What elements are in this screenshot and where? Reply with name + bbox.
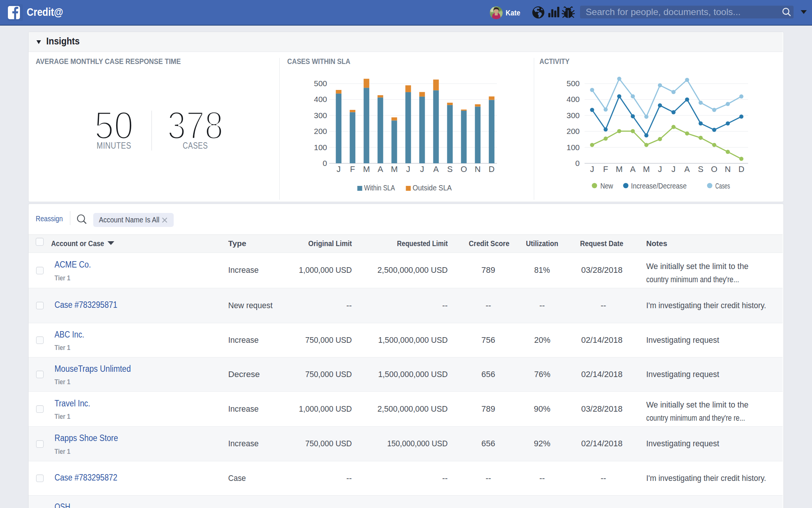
svg-text:A: A	[684, 164, 690, 174]
svg-text:J: J	[336, 164, 341, 174]
svg-text:J: J	[590, 164, 594, 174]
svg-text:A: A	[630, 164, 636, 174]
svg-text:J: J	[420, 164, 424, 174]
svg-text:S: S	[447, 164, 453, 174]
svg-text:M: M	[643, 164, 650, 174]
svg-text:A: A	[433, 164, 439, 174]
svg-text:500: 500	[567, 79, 580, 88]
svg-text:N: N	[725, 164, 731, 174]
svg-text:F: F	[350, 164, 355, 174]
svg-text:M: M	[363, 164, 370, 174]
svg-text:Increase/Decrease: Increase/Decrease	[631, 181, 687, 190]
svg-text:M: M	[616, 164, 623, 174]
svg-text:N: N	[475, 164, 481, 174]
svg-text:0: 0	[575, 159, 580, 167]
svg-text:Outside SLA: Outside SLA	[413, 183, 452, 192]
svg-text:Cases: Cases	[715, 181, 730, 190]
svg-text:O: O	[711, 164, 717, 174]
svg-text:100: 100	[567, 143, 580, 152]
svg-text:F: F	[603, 164, 608, 174]
svg-text:J: J	[406, 164, 410, 174]
svg-text:400: 400	[567, 95, 580, 103]
svg-text:D: D	[738, 164, 744, 174]
svg-text:100: 100	[314, 143, 327, 152]
svg-text:0: 0	[323, 159, 327, 167]
svg-text:S: S	[698, 164, 703, 174]
svg-text:200: 200	[314, 127, 327, 135]
svg-text:J: J	[671, 164, 676, 174]
svg-text:300: 300	[567, 111, 580, 120]
svg-text:M: M	[391, 164, 398, 174]
svg-text:D: D	[489, 164, 495, 174]
svg-text:400: 400	[314, 95, 327, 103]
svg-text:500: 500	[314, 79, 327, 88]
svg-text:A: A	[377, 164, 383, 174]
svg-text:Within SLA: Within SLA	[364, 183, 395, 192]
svg-text:200: 200	[567, 127, 580, 135]
svg-text:New: New	[600, 181, 614, 190]
svg-text:O: O	[461, 164, 467, 174]
svg-text:J: J	[658, 164, 662, 174]
svg-text:300: 300	[314, 111, 327, 120]
